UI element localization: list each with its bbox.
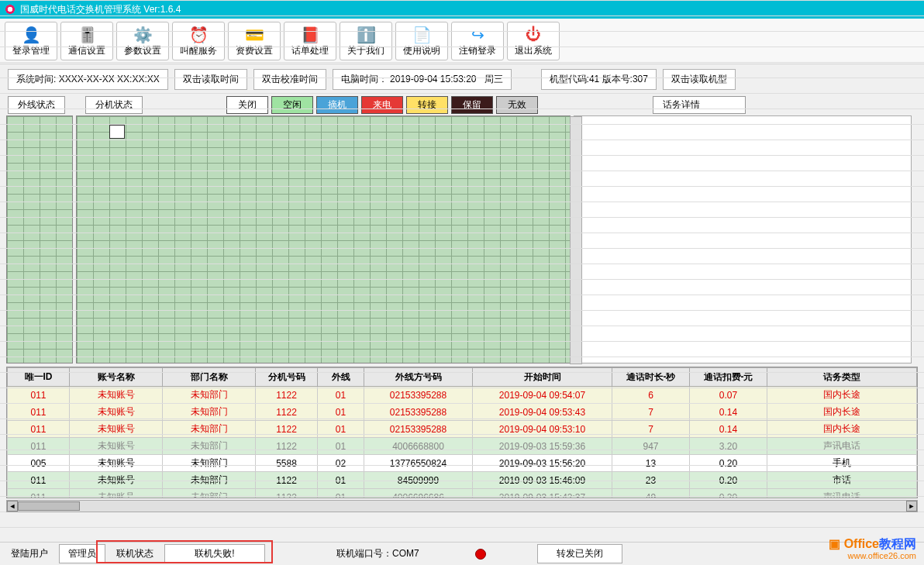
login-user-label: 登陆用户 — [6, 544, 53, 563]
scroll-thumb[interactable] — [18, 501, 80, 511]
status-dot-icon — [475, 549, 486, 560]
scroll-left-arrow[interactable]: ◄ — [7, 501, 18, 512]
port-label: 联机端口号：COM7 — [332, 544, 424, 563]
scroll-right-arrow[interactable]: ► — [906, 501, 917, 512]
h-scrollbar[interactable]: ◄ ► — [6, 500, 918, 512]
detail-list[interactable] — [574, 115, 912, 363]
forward-status: 转发已关闭 — [537, 544, 622, 563]
watermark: ▣ Office教程网 www.office26.com — [829, 537, 916, 560]
mid-panels — [0, 115, 924, 363]
highlight-annotation — [96, 540, 273, 563]
